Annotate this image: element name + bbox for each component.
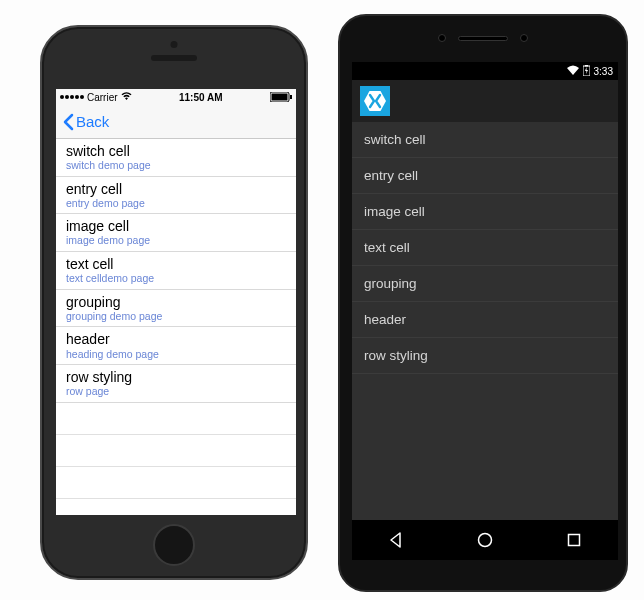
list-item[interactable]: switch cell [352, 122, 618, 158]
empty-row [56, 403, 296, 435]
android-action-bar [352, 80, 618, 122]
empty-row [56, 435, 296, 467]
cell-subtitle: row page [66, 385, 286, 398]
signal-dots-icon [60, 95, 84, 99]
cell-title: image cell [66, 218, 286, 234]
cell-title: grouping [66, 294, 286, 310]
cell-subtitle: text celldemo page [66, 272, 286, 285]
cell-title: switch cell [66, 143, 286, 159]
nav-recent-button[interactable] [565, 531, 583, 549]
list-item[interactable]: row styling row page [56, 365, 296, 403]
home-button[interactable] [153, 524, 195, 566]
svg-rect-4 [585, 65, 588, 67]
battery-icon [583, 65, 590, 78]
cell-title: header [66, 331, 286, 347]
empty-row [56, 499, 296, 515]
list-item[interactable]: header [352, 302, 618, 338]
chevron-left-icon [62, 113, 74, 131]
svg-rect-1 [271, 94, 287, 101]
ios-list[interactable]: switch cell switch demo page entry cell … [56, 139, 296, 515]
iphone-screen: Carrier 11:50 AM Back switc [56, 89, 296, 515]
xamarin-logo-icon[interactable] [360, 86, 390, 116]
android-screen: 3:33 switch cell entry cell image cell t… [352, 62, 618, 524]
wifi-icon [121, 92, 132, 103]
list-item[interactable]: image cell [352, 194, 618, 230]
nav-home-button[interactable] [476, 531, 494, 549]
cell-subtitle: image demo page [66, 234, 286, 247]
list-item[interactable]: row styling [352, 338, 618, 374]
cell-title: text cell [66, 256, 286, 272]
list-item[interactable]: switch cell switch demo page [56, 139, 296, 177]
android-nav-bar [352, 520, 618, 560]
empty-row [56, 467, 296, 499]
wifi-icon [567, 65, 579, 77]
battery-icon [270, 92, 292, 102]
svg-point-6 [478, 534, 491, 547]
cell-title: entry cell [66, 181, 286, 197]
list-item[interactable]: text cell [352, 230, 618, 266]
android-device: 3:33 switch cell entry cell image cell t… [338, 14, 628, 592]
cell-subtitle: switch demo page [66, 159, 286, 172]
svg-rect-2 [290, 95, 292, 99]
cell-subtitle: entry demo page [66, 197, 286, 210]
list-item[interactable]: entry cell [352, 158, 618, 194]
iphone-camera [171, 41, 178, 48]
android-status-bar: 3:33 [352, 62, 618, 80]
list-item[interactable]: image cell image demo page [56, 214, 296, 252]
list-item[interactable]: text cell text celldemo page [56, 252, 296, 290]
cell-subtitle: heading demo page [66, 348, 286, 361]
ios-nav-bar: Back [56, 105, 296, 139]
back-label: Back [76, 113, 109, 130]
svg-rect-7 [568, 535, 579, 546]
carrier-label: Carrier [87, 92, 118, 103]
nav-back-button[interactable] [387, 531, 405, 549]
ios-status-bar: Carrier 11:50 AM [56, 89, 296, 105]
cell-subtitle: grouping demo page [66, 310, 286, 323]
iphone-device: Carrier 11:50 AM Back switc [40, 25, 308, 580]
iphone-speaker [151, 55, 197, 61]
android-sensors [438, 34, 528, 42]
list-item[interactable]: entry cell entry demo page [56, 177, 296, 215]
list-item[interactable]: header heading demo page [56, 327, 296, 365]
clock-label: 11:50 AM [179, 92, 223, 103]
list-item[interactable]: grouping grouping demo page [56, 290, 296, 328]
back-button[interactable]: Back [62, 113, 109, 131]
cell-title: row styling [66, 369, 286, 385]
clock-label: 3:33 [594, 66, 613, 77]
android-list[interactable]: switch cell entry cell image cell text c… [352, 122, 618, 374]
list-item[interactable]: grouping [352, 266, 618, 302]
